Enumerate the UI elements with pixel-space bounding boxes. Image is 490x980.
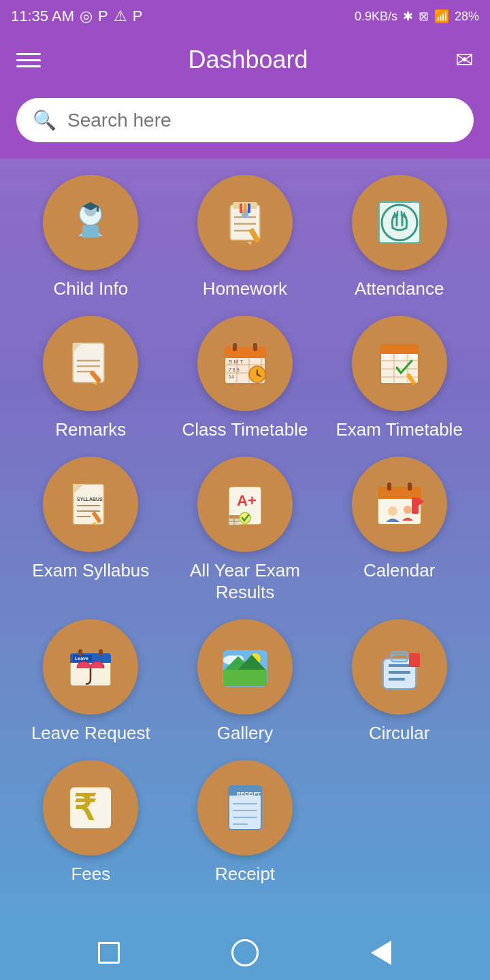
exam-syllabus-circle: SYLLABUS [43,457,138,552]
svg-rect-81 [412,497,419,514]
bluetooth-icon: ✱ [403,9,413,24]
status-left: 11:35 AM ◎ P ⚠ P [11,7,142,25]
fees-icon: ₹ [63,781,118,835]
svg-text:A+: A+ [237,492,257,509]
svg-text:S M T: S M T [229,359,243,365]
svg-text:SYLLABUS: SYLLABUS [77,497,103,502]
exam-results-label: All Year Exam Results [174,560,317,602]
svg-rect-99 [223,670,267,686]
svg-rect-103 [389,671,410,674]
homework-circle [197,175,293,270]
receipt-item[interactable]: RECEIPT Receipt [174,760,317,885]
svg-rect-32 [225,355,265,358]
p-icon-2: P [133,7,143,25]
nav-back-button[interactable] [366,938,396,968]
svg-rect-34 [253,343,257,351]
exam-syllabus-label: Exam Syllabus [32,560,149,581]
nav-circle-button[interactable] [230,938,260,968]
warning-icon: ⚠ [114,7,127,25]
speed: 0.9KB/s [355,10,397,24]
leave-request-item[interactable]: Leave Leave Request [19,619,163,744]
calendar-circle [352,457,447,552]
search-input[interactable] [67,110,457,131]
mail-button[interactable]: ✉ [455,47,474,73]
search-bar: 🔍 [16,98,474,142]
class-timetable-circle: S M T 7 8 9 14 [197,316,293,411]
class-timetable-item[interactable]: S M T 7 8 9 14 Class Timetable [174,316,317,440]
status-right: 0.9KB/s ✱ ⊠ 📶 28% [355,9,479,24]
svg-text:Leave: Leave [75,656,88,661]
homework-icon [218,195,272,250]
gallery-label: Gallery [217,723,273,744]
exam-timetable-icon [372,336,427,391]
exam-syllabus-item[interactable]: SYLLABUS Exam Syllabus [19,457,163,602]
svg-point-46 [256,374,258,376]
fees-label: Fees [71,864,110,885]
class-timetable-label: Class Timetable [182,419,308,440]
attendance-label: Attendance [355,278,444,299]
leave-request-icon: Leave [63,640,118,694]
svg-rect-16 [248,203,250,213]
receipt-circle: RECEIPT [197,760,293,855]
back-icon [371,941,391,965]
svg-text:14: 14 [229,374,234,379]
icons-grid: Child Info [11,175,479,885]
circular-circle [352,619,447,715]
exam-results-icon: A+ [218,477,272,532]
search-icon: 🔍 [33,109,56,131]
exam-syllabus-icon: SYLLABUS [63,477,118,532]
exam-results-circle: A+ [197,457,293,552]
status-bar: 11:35 AM ◎ P ⚠ P 0.9KB/s ✱ ⊠ 📶 28% [0,0,490,33]
svg-rect-71 [229,515,240,519]
homework-item[interactable]: Homework [174,175,317,299]
exam-results-item[interactable]: A+ All Year Exam Results [174,457,317,602]
fees-circle: ₹ [43,760,138,855]
hamburger-menu[interactable] [16,53,41,67]
leave-request-label: Leave Request [31,723,150,744]
svg-rect-89 [78,649,82,656]
remarks-circle [43,316,138,411]
leave-request-circle: Leave [43,619,138,715]
svg-point-69 [240,512,250,523]
svg-rect-105 [409,653,420,667]
svg-point-79 [388,506,397,516]
svg-point-57 [398,354,404,359]
circular-icon [372,640,427,694]
exam-timetable-label: Exam Timetable [336,419,462,440]
svg-rect-13 [242,212,248,218]
svg-rect-4 [97,206,99,212]
svg-point-56 [385,354,390,359]
calendar-item[interactable]: Calendar [327,457,471,602]
battery: 28% [455,10,479,24]
header: Dashboard ✉ [0,33,490,87]
svg-text:₹: ₹ [74,788,97,828]
calendar-label: Calendar [363,560,436,581]
wifi-icon: 📶 [434,9,449,24]
svg-rect-15 [244,203,246,213]
child-info-item[interactable]: Child Info [19,175,163,299]
svg-rect-33 [233,343,237,351]
svg-rect-90 [99,649,103,656]
remarks-item[interactable]: Remarks [19,316,163,440]
grid-wrapper: Child Info [0,159,490,926]
svg-point-80 [404,506,412,514]
exam-timetable-circle [352,316,447,411]
location-icon: ◎ [80,7,93,25]
svg-text:RECEIPT: RECEIPT [237,791,261,797]
attendance-circle [352,175,447,270]
search-container: 🔍 [0,87,490,159]
gallery-item[interactable]: Gallery [174,619,317,744]
svg-rect-77 [387,483,391,491]
circular-item[interactable]: Circular [327,619,471,744]
fees-item[interactable]: ₹ Fees [19,760,163,885]
receipt-label: Receipt [215,864,275,885]
svg-rect-49 [380,351,419,354]
nav-home-button[interactable] [94,938,124,968]
page-title: Dashboard [188,46,308,74]
remarks-icon [63,336,118,391]
attendance-item[interactable]: Attendance [327,175,471,299]
exam-timetable-item[interactable]: Exam Timetable [327,316,471,440]
class-timetable-icon: S M T 7 8 9 14 [218,336,272,391]
child-info-icon [63,195,118,250]
p-icon-1: P [98,7,108,25]
